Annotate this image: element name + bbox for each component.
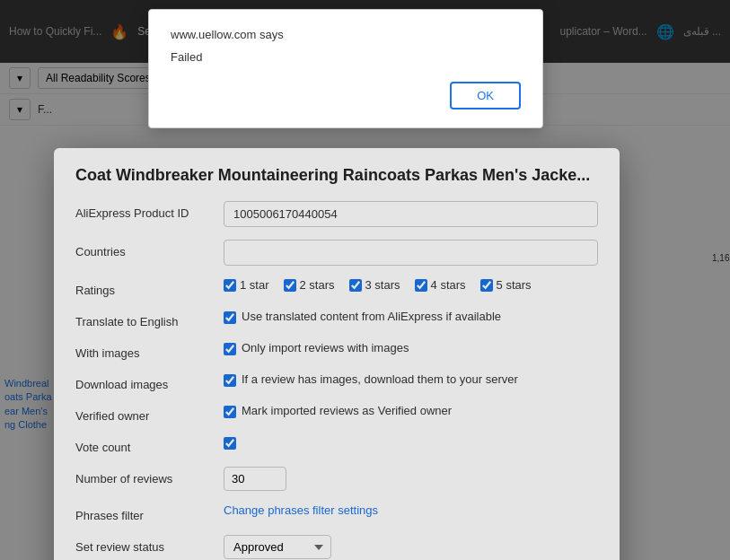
alert-ok-button[interactable]: OK — [450, 82, 521, 109]
alert-title: www.uellow.com says — [171, 28, 521, 41]
alert-message: Failed — [171, 50, 521, 64]
alert-dialog: www.uellow.com says Failed OK — [148, 9, 543, 128]
